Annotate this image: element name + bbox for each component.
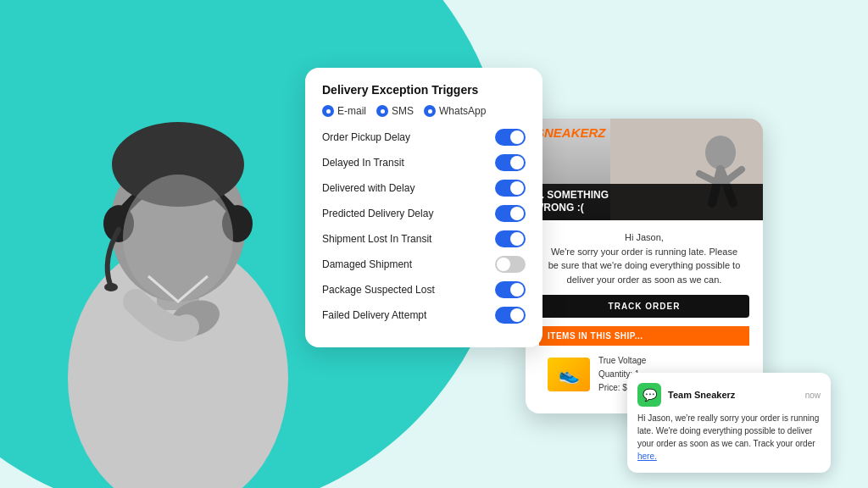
email-channel[interactable]: E-mail [322,105,366,117]
toggle-4[interactable] [495,230,526,247]
sms-time: now [805,391,821,400]
trigger-label-5: Damaged Shipment [322,258,495,270]
sms-channel[interactable]: SMS [376,105,414,117]
toggle-3[interactable] [495,205,526,222]
person-image [0,14,356,488]
hero-text: H. SOMETHINGWRONG :( [526,184,763,220]
toggle-7[interactable] [495,307,526,324]
trigger-label-0: Order Pickup Delay [322,131,495,143]
items-banner: ITEMS IN THIS SHIP... [539,326,749,346]
trigger-damaged: Damaged Shipment [322,256,526,273]
svg-point-5 [104,283,118,291]
svg-point-10 [705,136,736,169]
email-preview-card: SNEAKERZ H. SOMETHINGWRONG :( Hi Jason, … [526,119,763,413]
sms-body: Hi Jason, we're really sorry your order … [637,412,821,463]
trigger-label-7: Failed Delivery Attempt [322,309,495,321]
whatsapp-channel[interactable]: WhatsApp [424,105,486,117]
email-greeting: Hi Jason, We're sorry your order is runn… [539,230,749,286]
email-label: E-mail [337,105,366,117]
sms-label: SMS [392,105,414,117]
delivery-card-title: Delivery Exception Triggers [322,83,526,97]
item-name: True Voltage [598,354,646,368]
track-order-button[interactable]: TRACK ORDER [539,295,749,318]
email-header: SNEAKERZ H. SOMETHINGWRONG :( [526,119,763,220]
sms-radio [376,105,388,117]
trigger-order-pickup: Order Pickup Delay [322,129,526,146]
toggle-0[interactable] [495,129,526,146]
sms-header: 💬 Team Sneakerz now [637,383,821,407]
whatsapp-label: WhatsApp [439,105,486,117]
svg-point-7 [123,175,233,302]
toggle-2[interactable] [495,180,526,197]
sneakerz-logo: SNEAKERZ [536,125,606,140]
email-radio [322,105,334,117]
delivery-exception-card: Delivery Exception Triggers E-mail SMS W… [305,68,542,347]
trigger-suspected-lost: Package Suspected Lost [322,281,526,298]
toggle-6[interactable] [495,281,526,298]
trigger-label-6: Package Suspected Lost [322,284,495,296]
trigger-label-3: Predicted Delivery Delay [322,208,495,219]
trigger-delayed-transit: Delayed In Transit [322,154,526,171]
toggle-1[interactable] [495,154,526,171]
toggle-5[interactable] [495,256,526,273]
sms-header-left: 💬 Team Sneakerz [637,383,735,407]
trigger-shipment-lost: Shipment Lost In Transit [322,230,526,247]
channel-row: E-mail SMS WhatsApp [322,105,526,117]
sms-sender: Team Sneakerz [668,390,735,400]
trigger-label-2: Delivered with Delay [322,182,495,194]
sms-link[interactable]: here. [637,452,657,461]
whatsapp-radio [424,105,436,117]
trigger-failed-delivery: Failed Delivery Attempt [322,307,526,324]
sms-notification-card: 💬 Team Sneakerz now Hi Jason, we're real… [627,373,831,473]
trigger-label-1: Delayed In Transit [322,157,495,169]
trigger-label-4: Shipment Lost In Transit [322,233,495,245]
trigger-predicted-delay: Predicted Delivery Delay [322,205,526,222]
trigger-delivered-delay: Delivered with Delay [322,180,526,197]
sms-app-icon: 💬 [637,383,661,407]
shoe-image: 👟 [548,358,590,391]
